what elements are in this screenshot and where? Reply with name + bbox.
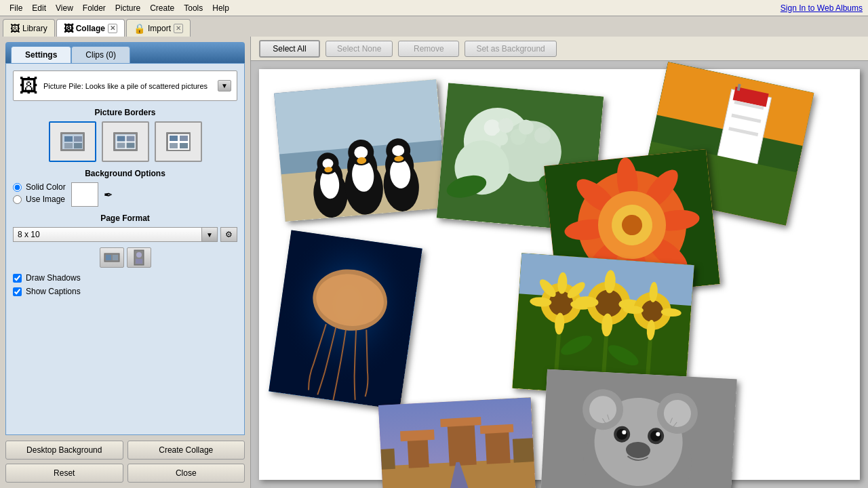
show-captions-label: Show Captions [26, 287, 81, 296]
photo-desert[interactable] [378, 397, 536, 488]
svg-rect-17 [179, 142, 189, 149]
draw-shadows-row: Draw Shadows [13, 273, 237, 283]
svg-rect-122 [513, 438, 534, 463]
left-panel: Settings Clips (0) 🖼 Picture Pile: Looks… [0, 37, 251, 488]
menu-folder[interactable]: Folder [79, 3, 110, 14]
svg-rect-15 [179, 135, 189, 142]
svg-rect-4 [64, 143, 73, 148]
tab-clips[interactable]: Clips (0) [71, 46, 130, 63]
draw-shadows-checkbox[interactable] [13, 274, 22, 283]
format-portrait-button[interactable] [127, 247, 151, 268]
svg-rect-11 [126, 142, 135, 148]
use-image-option[interactable]: Use Image [13, 195, 66, 204]
close-button[interactable]: Close [127, 464, 245, 483]
tab-settings[interactable]: Settings [11, 46, 71, 63]
layout-dropdown-arrow[interactable]: ▼ [218, 80, 231, 92]
draw-shadows-label: Draw Shadows [26, 273, 81, 283]
import-close-icon[interactable]: ✕ [174, 24, 183, 33]
svg-rect-20 [113, 255, 118, 260]
photo-koala[interactable] [540, 369, 736, 488]
border-none-icon [59, 131, 86, 152]
tab-library-label: Library [22, 24, 47, 33]
svg-rect-119 [480, 424, 514, 434]
menu-edit[interactable]: Edit [28, 3, 50, 14]
library-icon: 🖼 [10, 23, 20, 34]
svg-rect-9 [126, 136, 135, 142]
use-image-radio[interactable] [13, 195, 22, 204]
tab-import-label: Import [148, 24, 171, 33]
collage-canvas [251, 61, 868, 488]
menu-tools[interactable]: Tools [180, 3, 207, 14]
tab-import[interactable]: 🔒 Import ✕ [126, 19, 191, 37]
solid-color-label: Solid Color [26, 182, 66, 192]
format-arrow[interactable]: ▼ [201, 228, 217, 241]
set-as-background-button[interactable]: Set as Background [465, 41, 556, 57]
picture-borders-title: Picture Borders [13, 108, 237, 117]
canvas-background [259, 69, 860, 480]
svg-rect-118 [485, 429, 511, 464]
svg-rect-121 [380, 449, 395, 470]
border-thin-icon [112, 131, 139, 152]
svg-rect-19 [106, 255, 111, 260]
format-icons [13, 247, 237, 268]
select-none-button[interactable]: Select None [326, 41, 393, 57]
format-dropdown-wrapper[interactable]: 8 x 10 ▼ [13, 227, 218, 242]
page-format-title: Page Format [13, 214, 237, 223]
use-image-label: Use Image [26, 195, 65, 204]
menu-bar: File Edit View Folder Picture Create Too… [0, 0, 868, 16]
svg-rect-2 [64, 136, 73, 142]
page-format-row: 8 x 10 ▼ ⚙ [13, 227, 237, 242]
menu-create[interactable]: Create [146, 3, 178, 14]
right-panel: Select All Select None Remove Set as Bac… [251, 37, 868, 488]
svg-rect-116 [447, 421, 476, 466]
svg-point-22 [136, 252, 142, 258]
border-thick-icon [165, 131, 192, 152]
create-collage-button[interactable]: Create Collage [127, 441, 245, 460]
tab-library[interactable]: 🖼 Library [3, 19, 55, 37]
portrait-icon [133, 249, 145, 266]
settings-body: 🖼 Picture Pile: Looks like a pile of sca… [5, 63, 245, 435]
menu-picture[interactable]: Picture [111, 3, 144, 14]
border-options [13, 121, 237, 162]
format-gear-button[interactable]: ⚙ [220, 227, 237, 242]
tab-collage[interactable]: 🖼 Collage ✕ [56, 19, 125, 37]
photo-jellyfish[interactable] [269, 230, 422, 410]
menu-help[interactable]: Help [208, 3, 233, 14]
border-option-2[interactable] [102, 121, 149, 162]
menu-file[interactable]: File [5, 3, 26, 14]
svg-rect-114 [408, 436, 429, 468]
tab-bar: 🖼 Library 🖼 Collage ✕ 🔒 Import ✕ [0, 16, 868, 37]
eyedropper-icon[interactable]: ✒ [104, 188, 113, 201]
show-captions-checkbox[interactable] [13, 287, 22, 296]
format-landscape-button[interactable] [100, 247, 124, 268]
solid-color-option[interactable]: Solid Color [13, 182, 66, 192]
collage-close-icon[interactable]: ✕ [108, 24, 117, 33]
select-all-button[interactable]: Select All [259, 40, 320, 58]
tab-collage-label: Collage [76, 24, 105, 33]
photo-penguins[interactable] [274, 79, 448, 222]
layout-icon: 🖼 [19, 75, 38, 97]
svg-rect-10 [117, 142, 125, 148]
svg-rect-3 [74, 136, 82, 142]
svg-rect-16 [169, 142, 178, 149]
sign-in-link[interactable]: Sign In to Web Albums [781, 3, 863, 13]
svg-rect-115 [400, 430, 435, 442]
solid-color-radio[interactable] [13, 183, 22, 192]
main-area: Settings Clips (0) 🖼 Picture Pile: Looks… [0, 37, 868, 488]
border-option-1[interactable] [49, 121, 96, 162]
landscape-icon [104, 251, 120, 264]
bg-options: Solid Color Use Image ✒ [13, 182, 237, 207]
color-preview[interactable] [71, 182, 98, 207]
svg-rect-23 [136, 259, 142, 264]
canvas-toolbar: Select All Select None Remove Set as Bac… [251, 37, 868, 61]
background-options-title: Background Options [13, 169, 237, 178]
remove-button[interactable]: Remove [398, 41, 459, 57]
desktop-background-button[interactable]: Desktop Background [5, 441, 123, 460]
import-icon: 🔒 [134, 23, 145, 34]
menu-view[interactable]: View [52, 3, 77, 14]
reset-button[interactable]: Reset [5, 464, 123, 483]
svg-rect-5 [74, 143, 82, 148]
layout-dropdown[interactable]: 🖼 Picture Pile: Looks like a pile of sca… [13, 70, 237, 101]
settings-tabs: Settings Clips (0) [5, 42, 245, 63]
border-option-3[interactable] [155, 121, 202, 162]
